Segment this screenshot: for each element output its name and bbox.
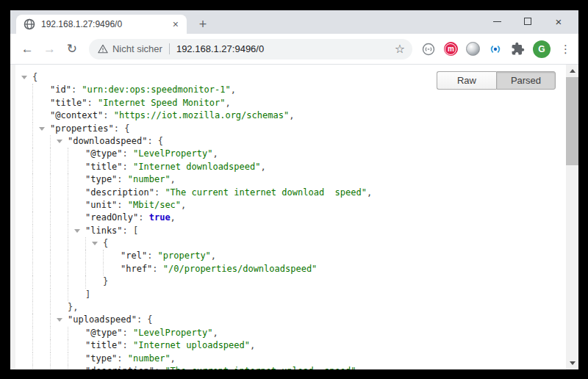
indent-guide — [32, 263, 50, 275]
indent-guide — [32, 353, 50, 365]
json-punctuation: , — [171, 212, 176, 223]
forward-button[interactable]: → — [40, 39, 59, 59]
json-punctuation: : — [117, 353, 127, 364]
indent-guide — [32, 97, 50, 109]
page-content: {"id": "urn:dev:ops:speedmonitor-1","tit… — [10, 65, 578, 369]
json-punctuation: : [ — [123, 225, 139, 236]
indent-guide — [50, 289, 68, 301]
bookmark-star-icon[interactable]: ☆ — [395, 42, 405, 56]
indent-guide — [32, 365, 50, 369]
window-controls: × — [481, 10, 574, 32]
indent-guide — [32, 84, 50, 96]
sphere-extension-icon[interactable] — [466, 42, 480, 56]
indent-guide — [85, 250, 103, 262]
indent-guide — [32, 237, 50, 250]
json-punctuation: , — [289, 110, 294, 120]
json-punctuation: : — [123, 340, 133, 350]
json-punctuation: : — [154, 366, 165, 369]
indent-guide — [32, 135, 50, 148]
json-line: "uploadspeed": { — [32, 314, 566, 326]
indent-guide — [68, 275, 85, 288]
minimize-icon — [493, 21, 501, 22]
collapse-toggle-icon[interactable] — [39, 127, 45, 131]
broadcast-extension-icon[interactable] — [488, 42, 503, 57]
json-punctuation: , — [225, 98, 230, 108]
globe-favicon-icon — [24, 18, 35, 30]
json-punctuation: , — [212, 148, 218, 159]
chrome-menu-icon[interactable]: ⋮ — [560, 43, 571, 56]
json-punctuation: ] — [85, 289, 90, 300]
indent-guide — [50, 275, 68, 288]
json-punctuation: , — [171, 174, 176, 184]
close-window-button[interactable]: × — [543, 10, 574, 32]
json-punctuation: : — [117, 174, 127, 184]
json-line: "@context": "https://iot.mozilla.org/sch… — [32, 109, 566, 122]
indent-guide — [50, 301, 68, 314]
json-punctuation: : — [138, 212, 148, 223]
json-punctuation: , — [171, 353, 176, 364]
scrollbar-thumb[interactable] — [566, 77, 578, 165]
json-string: "The current internet upload speed" — [165, 366, 356, 369]
indent-guide — [68, 339, 85, 352]
json-punctuation: { — [103, 238, 108, 248]
json-line: "title": "Internet uploadspeed", — [32, 339, 566, 352]
reload-button[interactable]: ↻ — [62, 39, 82, 59]
collapse-toggle-icon[interactable] — [57, 318, 62, 322]
json-line: "description": "The current internet dow… — [32, 187, 566, 199]
json-line: } — [32, 275, 566, 288]
collapse-toggle-icon[interactable] — [74, 229, 80, 233]
json-key: "title" — [50, 98, 87, 108]
scrollbar-down-button[interactable] — [566, 358, 578, 369]
circle-dash-extension-icon[interactable] — [421, 42, 436, 57]
json-punctuation: : { — [147, 136, 163, 146]
indent-guide — [68, 212, 85, 224]
indent-guide — [50, 250, 68, 262]
m-extension-icon[interactable]: m — [444, 42, 458, 56]
indent-guide — [32, 173, 50, 186]
json-string: "Mbit/sec" — [128, 200, 181, 210]
new-tab-button[interactable]: + — [193, 15, 213, 34]
address-bar[interactable]: Nicht sicher 192.168.1.27:9496/0 ☆ — [89, 39, 412, 59]
scrollbar[interactable] — [566, 65, 578, 369]
indent-guide — [32, 148, 50, 160]
json-string: "https://iot.mozilla.org/schemas" — [114, 110, 289, 120]
tab-close-icon[interactable]: × — [171, 19, 181, 29]
json-punctuation: : { — [137, 314, 153, 325]
collapse-toggle-icon[interactable] — [92, 242, 98, 245]
browser-tab[interactable]: 192.168.1.27:9496/0 × — [16, 15, 187, 34]
indent-guide — [32, 339, 50, 352]
indent-guide — [50, 263, 68, 275]
maximize-button[interactable] — [512, 10, 543, 32]
json-punctuation: : — [123, 328, 133, 338]
indent-guide — [50, 148, 68, 160]
maximize-icon — [524, 18, 531, 25]
json-key: "href" — [121, 264, 152, 274]
indent-guide — [50, 199, 68, 212]
back-button[interactable]: ← — [18, 39, 37, 59]
indent-guide — [32, 212, 50, 224]
collapse-toggle-icon[interactable] — [21, 76, 27, 79]
json-punctuation: , — [356, 366, 361, 369]
security-label[interactable]: Nicht sicher — [112, 43, 162, 54]
json-line: }, — [32, 301, 566, 314]
indent-guide — [50, 237, 68, 250]
json-punctuation: }, — [68, 302, 78, 312]
indent-guide — [68, 289, 85, 301]
profile-avatar[interactable]: G — [533, 40, 551, 58]
json-line: "type": "number", — [32, 353, 566, 365]
parsed-button[interactable]: Parsed — [496, 71, 556, 90]
json-punctuation: : — [117, 200, 127, 210]
collapse-toggle-icon[interactable] — [57, 140, 62, 143]
extensions-puzzle-icon[interactable] — [511, 42, 525, 56]
json-punctuation: , — [250, 340, 255, 350]
json-punctuation: , — [231, 84, 236, 95]
json-line: "@type": "LevelProperty", — [32, 148, 566, 160]
scroll-up-icon — [570, 69, 576, 73]
raw-button[interactable]: Raw — [437, 71, 496, 90]
minimize-button[interactable] — [481, 10, 512, 32]
json-string: "number" — [128, 174, 171, 184]
tab-title: 192.168.1.27:9496/0 — [41, 19, 171, 29]
url-text[interactable]: 192.168.1.27:9496/0 — [176, 43, 389, 54]
json-punctuation: : — [123, 148, 133, 159]
scrollbar-up-button[interactable] — [566, 65, 578, 76]
